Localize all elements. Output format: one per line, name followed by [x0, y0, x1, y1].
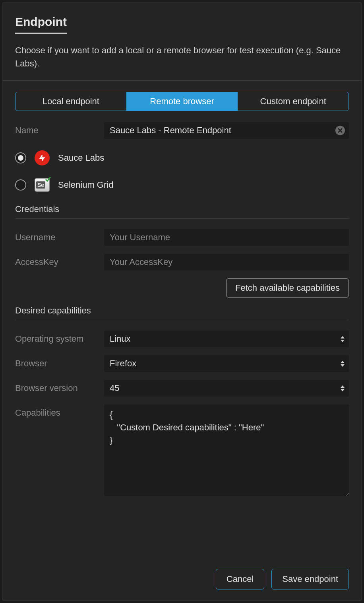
close-icon — [338, 128, 343, 133]
provider-selenium-grid[interactable]: Se Selenium Grid — [15, 177, 349, 193]
accesskey-label: AccessKey — [15, 257, 104, 267]
os-label: Operating system — [15, 334, 104, 344]
tab-local-endpoint[interactable]: Local endpoint — [15, 92, 126, 111]
clear-name-button[interactable] — [335, 126, 345, 135]
tab-remote-browser[interactable]: Remote browser — [126, 92, 238, 111]
browser-value: Firefox — [104, 355, 349, 372]
username-input[interactable] — [104, 229, 349, 246]
username-row: Username — [15, 229, 349, 246]
name-input[interactable] — [104, 122, 349, 139]
endpoint-type-tabs: Local endpoint Remote browser Custom end… — [15, 92, 349, 111]
browser-version-value: 45 — [104, 380, 349, 397]
radio-sauce-labs[interactable] — [15, 152, 26, 163]
browser-version-select[interactable]: 45 — [104, 380, 349, 397]
desired-capabilities-section-title: Desired capabilities — [15, 305, 349, 320]
sauce-labs-icon — [34, 150, 50, 166]
capabilities-label: Capabilities — [15, 405, 104, 418]
browser-version-label: Browser version — [15, 383, 104, 393]
os-value: Linux — [104, 331, 349, 347]
dialog-footer: Cancel Save endpoint — [2, 569, 362, 601]
dialog-header: Endpoint Choose if you want to add a loc… — [2, 2, 362, 81]
capabilities-row: Capabilities — [15, 405, 349, 496]
save-endpoint-button[interactable]: Save endpoint — [271, 569, 349, 589]
provider-sauce-labs[interactable]: Sauce Labs — [15, 150, 349, 166]
accesskey-row: AccessKey — [15, 254, 349, 270]
endpoint-dialog: Endpoint Choose if you want to add a loc… — [2, 2, 362, 601]
tab-custom-endpoint[interactable]: Custom endpoint — [237, 92, 349, 111]
radio-selenium-grid[interactable] — [15, 179, 26, 191]
browser-version-row: Browser version 45 — [15, 380, 349, 397]
fetch-capabilities-button[interactable]: Fetch available capabilities — [226, 278, 349, 298]
name-label: Name — [15, 125, 104, 136]
capabilities-textarea[interactable] — [104, 405, 349, 496]
os-row: Operating system Linux — [15, 331, 349, 347]
browser-label: Browser — [15, 358, 104, 369]
dialog-title: Endpoint — [15, 15, 67, 34]
os-select[interactable]: Linux — [104, 331, 349, 347]
dialog-subtitle: Choose if you want to add a local or a r… — [15, 44, 349, 70]
browser-row: Browser Firefox — [15, 355, 349, 372]
name-row: Name — [15, 122, 349, 139]
selenium-grid-label: Selenium Grid — [58, 180, 113, 190]
accesskey-input[interactable] — [104, 254, 349, 270]
cancel-button[interactable]: Cancel — [216, 569, 264, 589]
selenium-grid-icon: Se — [34, 177, 50, 193]
credentials-section-title: Credentials — [15, 204, 349, 219]
dialog-body: Local endpoint Remote browser Custom end… — [2, 81, 362, 569]
browser-select[interactable]: Firefox — [104, 355, 349, 372]
sauce-labs-label: Sauce Labs — [58, 153, 104, 163]
username-label: Username — [15, 232, 104, 243]
